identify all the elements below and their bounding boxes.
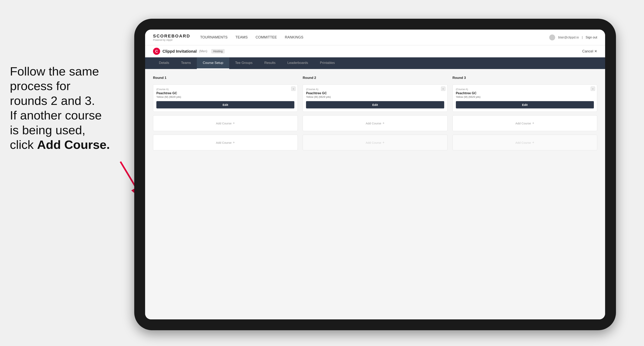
round-3-add-course-2: Add Course + xyxy=(452,135,597,151)
tab-course-setup[interactable]: Course Setup xyxy=(197,57,229,69)
round-3-add-course-2-plus: + xyxy=(532,141,534,145)
tab-bar: Details Teams Course Setup Tee Groups Re… xyxy=(145,57,605,69)
tab-results[interactable]: Results xyxy=(258,57,282,69)
rounds-grid: Round 1 ○ (Course A) Peachtree GC Yellow… xyxy=(153,76,597,151)
tournament-gender: (Men) xyxy=(199,49,207,53)
tab-printables[interactable]: Printables xyxy=(314,57,341,69)
round-3-course-name: Peachtree GC xyxy=(456,91,594,95)
round-1-add-course-2-plus: + xyxy=(233,141,235,145)
clippd-logo: C xyxy=(153,48,160,55)
nav-tournaments[interactable]: TOURNAMENTS xyxy=(200,34,228,40)
round-1-column: Round 1 ○ (Course A) Peachtree GC Yellow… xyxy=(153,76,298,151)
tab-tee-groups[interactable]: Tee Groups xyxy=(229,57,258,69)
nav-separator: | xyxy=(582,36,582,39)
round-2-course-name: Peachtree GC xyxy=(306,91,444,95)
round-1-course-name: Peachtree GC xyxy=(156,91,294,95)
round-1-title: Round 1 xyxy=(153,76,298,80)
round-2-title: Round 2 xyxy=(303,76,447,80)
tab-teams[interactable]: Teams xyxy=(175,57,197,69)
nav-teams[interactable]: TEAMS xyxy=(236,34,248,40)
round-2-column: Round 2 ○ (Course A) Peachtree GC Yellow… xyxy=(303,76,447,151)
round-2-course-label: (Course A) xyxy=(306,88,444,91)
round-3-course-details: Yellow (M) (6629 yds) xyxy=(456,95,594,98)
logo-area: SCOREBOARD Powered by clippd xyxy=(153,33,190,41)
nav-committee[interactable]: COMMITTEE xyxy=(256,34,277,40)
cancel-button[interactable]: Cancel ✕ xyxy=(582,49,597,53)
tab-details[interactable]: Details xyxy=(153,57,175,69)
round-2-course-card: ○ (Course A) Peachtree GC Yellow (M) (66… xyxy=(303,84,447,112)
round-2-course-details: Yellow (M) (6629 yds) xyxy=(306,95,444,98)
round-2-add-course-1-label: Add Course xyxy=(366,122,381,125)
tab-leaderboards[interactable]: Leaderboards xyxy=(282,57,314,69)
round-1-course-label: (Course A) xyxy=(156,88,294,91)
sub-header-left: C Clippd Invitational (Men) Hosting xyxy=(153,48,225,55)
tablet-frame: SCOREBOARD Powered by clippd TOURNAMENTS… xyxy=(134,19,616,330)
round-3-add-course-2-label: Add Course xyxy=(515,141,531,144)
nav-items: TOURNAMENTS TEAMS COMMITTEE RANKINGS xyxy=(200,34,549,40)
round-2-edit-button[interactable]: Edit xyxy=(306,101,444,108)
round-3-title: Round 3 xyxy=(452,76,597,80)
round-2-add-course-2: Add Course + xyxy=(303,135,447,151)
user-email: blair@clippd.io xyxy=(558,36,579,39)
sub-header: C Clippd Invitational (Men) Hosting Canc… xyxy=(145,45,605,57)
round-1-course-details: Yellow (M) (6629 yds) xyxy=(156,95,294,98)
round-1-add-course-2-label: Add Course xyxy=(216,141,232,144)
sign-out-link[interactable]: Sign out xyxy=(586,36,597,39)
top-nav: SCOREBOARD Powered by clippd TOURNAMENTS… xyxy=(145,29,605,45)
round-3-add-course-1-label: Add Course xyxy=(515,122,531,125)
round-1-course-card: ○ (Course A) Peachtree GC Yellow (M) (66… xyxy=(153,84,298,112)
round-3-delete-btn[interactable]: ○ xyxy=(591,87,595,91)
round-3-course-label: (Course A) xyxy=(456,88,594,91)
tablet-screen: SCOREBOARD Powered by clippd TOURNAMENTS… xyxy=(145,29,605,319)
nav-right: blair@clippd.io | Sign out xyxy=(549,34,597,40)
logo-sub: Powered by clippd xyxy=(153,39,190,41)
round-3-edit-button[interactable]: Edit xyxy=(456,101,594,108)
round-3-add-course-1[interactable]: Add Course + xyxy=(452,115,597,131)
round-1-add-course-1-plus: + xyxy=(233,121,235,125)
nav-rankings[interactable]: RANKINGS xyxy=(285,34,304,40)
round-1-add-course-1[interactable]: Add Course + xyxy=(153,115,298,131)
round-1-delete-btn[interactable]: ○ xyxy=(291,87,296,91)
round-2-add-course-1[interactable]: Add Course + xyxy=(303,115,447,131)
round-1-add-course-1-label: Add Course xyxy=(216,122,232,125)
round-2-add-course-2-label: Add Course xyxy=(366,141,381,144)
instruction-bold: Add Course. xyxy=(37,138,110,152)
round-2-add-course-1-plus: + xyxy=(382,121,384,125)
logo-scoreboard: SCOREBOARD xyxy=(153,33,190,39)
round-3-course-card: ○ (Course A) Peachtree GC Yellow (M) (66… xyxy=(452,84,597,112)
round-3-column: Round 3 ○ (Course A) Peachtree GC Yellow… xyxy=(452,76,597,151)
round-1-edit-button[interactable]: Edit xyxy=(156,101,294,108)
avatar xyxy=(549,34,555,40)
round-3-add-course-1-plus: + xyxy=(532,121,534,125)
round-2-delete-btn[interactable]: ○ xyxy=(441,87,446,91)
round-2-add-course-2-plus: + xyxy=(382,141,384,145)
tournament-name: Clippd Invitational xyxy=(162,49,197,54)
main-content: Round 1 ○ (Course A) Peachtree GC Yellow… xyxy=(145,69,605,319)
hosting-badge: Hosting xyxy=(211,49,224,53)
instruction-text: Follow the same process for rounds 2 and… xyxy=(4,64,126,152)
round-1-add-course-2[interactable]: Add Course + xyxy=(153,135,298,151)
